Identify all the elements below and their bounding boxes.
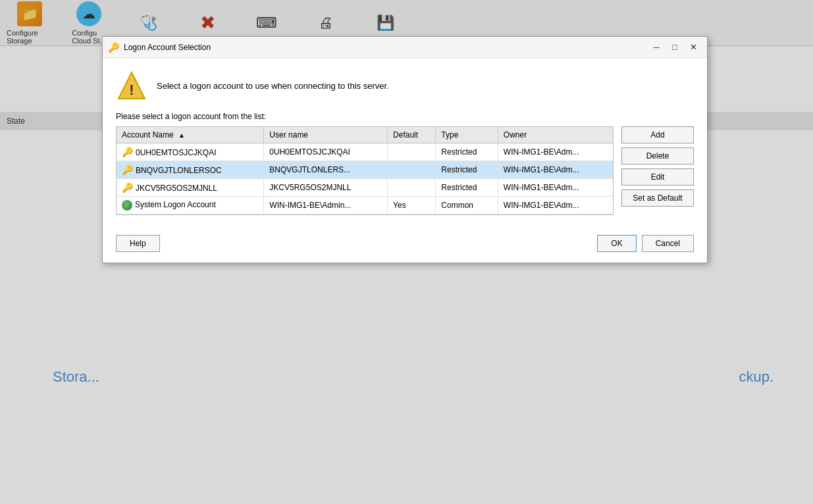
cell-default: [388, 179, 436, 197]
account-table-wrapper: Account Name ▲ User name Default Type: [116, 126, 614, 215]
table-row[interactable]: System Logon AccountWIN-IMG1-BE\Admin...…: [117, 197, 613, 214]
table-row[interactable]: 🔑JKCV5RG5OS2MJNLLJKCV5RG5OS2MJNLLRestric…: [117, 179, 613, 197]
cell-owner: WIN-IMG1-BE\Adm...: [498, 197, 613, 214]
dialog-footer: Help OK Cancel: [103, 227, 707, 263]
account-table-body: 🔑0UH0EMTOSJCJKQAI0UH0EMTOSJCJKQAIRestric…: [117, 143, 613, 214]
cell-user-name: BNQVGJTLONLERS...: [264, 161, 388, 179]
delete-button[interactable]: Delete: [621, 147, 694, 164]
cell-owner: WIN-IMG1-BE\Adm...: [498, 161, 613, 179]
cancel-button[interactable]: Cancel: [642, 235, 694, 252]
table-header-row: Account Name ▲ User name Default Type: [117, 127, 613, 143]
warning-icon: !: [116, 70, 147, 101]
cell-default: [388, 161, 436, 179]
cell-owner: WIN-IMG1-BE\Adm...: [498, 179, 613, 197]
cell-user-name: JKCV5RG5OS2MJNLL: [264, 179, 388, 197]
dialog-title-icon: 🔑: [108, 42, 118, 53]
logon-account-dialog: 🔑 Logon Account Selection ─ □ ✕ ! Select…: [102, 36, 708, 263]
close-button[interactable]: ✕: [685, 40, 702, 55]
dialog-instruction: Select a logon account to use when conne…: [157, 81, 389, 91]
col-header-default[interactable]: Default: [388, 127, 436, 143]
account-table: Account Name ▲ User name Default Type: [117, 127, 613, 214]
table-row[interactable]: 🔑0UH0EMTOSJCJKQAI0UH0EMTOSJCJKQAIRestric…: [117, 143, 613, 161]
dialog-controls: ─ □ ✕: [648, 40, 702, 55]
globe-icon: [122, 200, 132, 211]
dialog-titlebar: 🔑 Logon Account Selection ─ □ ✕: [103, 37, 707, 58]
col-header-user-name[interactable]: User name: [264, 127, 388, 143]
key-icon: 🔑: [122, 164, 133, 175]
col-header-account-name[interactable]: Account Name ▲: [117, 127, 264, 143]
dialog-body: ! Select a logon account to use when con…: [103, 58, 707, 227]
side-buttons: Add Delete Edit Set as Default: [621, 126, 694, 215]
edit-button[interactable]: Edit: [621, 168, 694, 186]
cell-type: Restricted: [436, 161, 498, 179]
cell-account-name: 🔑0UH0EMTOSJCJKQAI: [117, 143, 264, 161]
sort-asc-icon: ▲: [178, 132, 185, 139]
cell-account-name: 🔑BNQVGJTLONLERSOC: [117, 161, 264, 179]
cell-account-name: 🔑JKCV5RG5OS2MJNLL: [117, 179, 264, 197]
cell-type: Restricted: [436, 179, 498, 197]
cell-user-name: 0UH0EMTOSJCJKQAI: [264, 143, 388, 161]
cell-default: [388, 143, 436, 161]
svg-text:!: !: [129, 82, 134, 98]
cell-owner: WIN-IMG1-BE\Adm...: [498, 143, 613, 161]
col-header-type[interactable]: Type: [436, 127, 498, 143]
maximize-button[interactable]: □: [666, 40, 683, 55]
key-icon: 🔑: [122, 182, 133, 193]
dialog-subtitle: Please select a logon account from the l…: [116, 112, 694, 121]
footer-left: Help: [116, 235, 160, 252]
cell-user-name: WIN-IMG1-BE\Admin...: [264, 197, 388, 214]
add-button[interactable]: Add: [621, 126, 694, 143]
dialog-title: Logon Account Selection: [124, 43, 643, 52]
col-header-owner[interactable]: Owner: [498, 127, 613, 143]
ok-button[interactable]: OK: [597, 235, 636, 252]
cell-type: Common: [436, 197, 498, 214]
table-row[interactable]: 🔑BNQVGJTLONLERSOCBNQVGJTLONLERS...Restri…: [117, 161, 613, 179]
minimize-button[interactable]: ─: [648, 40, 665, 55]
cell-account-name: System Logon Account: [117, 197, 264, 214]
footer-right: OK Cancel: [597, 235, 694, 252]
help-button[interactable]: Help: [116, 235, 160, 252]
dialog-header: ! Select a logon account to use when con…: [116, 70, 694, 101]
key-icon: 🔑: [122, 147, 133, 157]
cell-type: Restricted: [436, 143, 498, 161]
dialog-content: Account Name ▲ User name Default Type: [116, 126, 694, 215]
set-default-button[interactable]: Set as Default: [621, 189, 694, 207]
cell-default: Yes: [388, 197, 436, 214]
